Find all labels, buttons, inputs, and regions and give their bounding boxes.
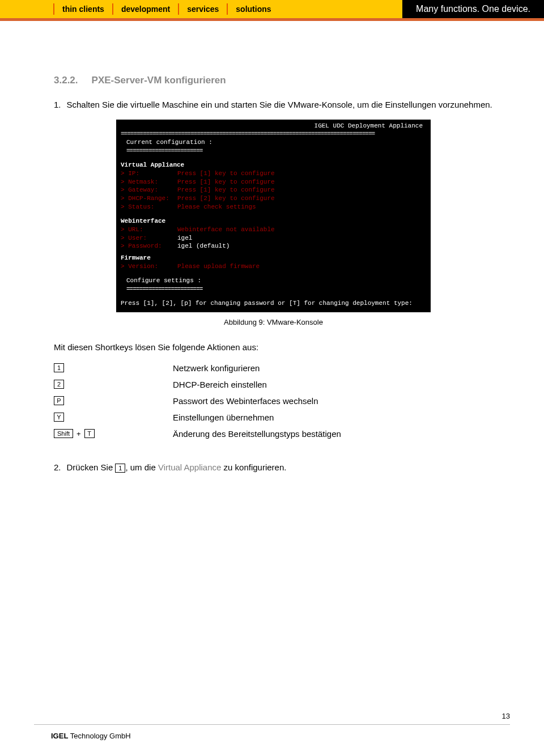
plus-icon: + xyxy=(76,430,81,438)
nav-services[interactable]: services xyxy=(187,5,219,14)
shortkey-desc: DHCP-Bereich einstellen xyxy=(173,380,267,389)
terminal-bottom-hint: Press [1], [2], [p] for changing passwor… xyxy=(121,299,426,308)
virtual-appliance-link[interactable]: Virtual Appliance xyxy=(158,462,221,472)
terminal-va-header: Virtual Appliance xyxy=(121,161,426,169)
vmware-console-screenshot: IGEL UDC Deployment Appliance ==========… xyxy=(116,120,431,312)
terminal-conf-settings: Configure settings : xyxy=(121,277,426,285)
shortkey-row: P Passwort des Webinterfaces wechseln xyxy=(54,396,499,406)
section-title: PXE-Server-VM konfigurieren xyxy=(92,75,226,86)
step-2-post: zu konfigurieren. xyxy=(221,462,286,472)
nav-divider xyxy=(178,3,179,15)
terminal-current-conf: Current configuration : xyxy=(121,138,426,147)
step-1: 1.Schalten Sie die virtuelle Maschine ei… xyxy=(54,99,499,112)
key-1: 1 xyxy=(54,363,64,372)
nav-divider xyxy=(112,3,113,15)
step-2: 2.Drücken Sie 1, um die Virtual Applianc… xyxy=(54,461,499,474)
page-content: 3.2.2.PXE-Server-VM konfigurieren 1.Scha… xyxy=(0,21,544,474)
footer-divider xyxy=(34,724,510,725)
key-y: Y xyxy=(54,413,64,422)
header-tagline: Many functions. One device. xyxy=(402,0,544,18)
key-p: P xyxy=(54,396,64,405)
shortkey-desc: Änderung des Bereitstellungstyps bestäti… xyxy=(173,429,341,439)
page-number: 13 xyxy=(502,712,510,720)
key-2: 2 xyxy=(54,380,64,389)
step-2-pre: Drücken Sie xyxy=(67,462,116,472)
step-1-text: Schalten Sie die virtuelle Maschine ein … xyxy=(67,100,492,109)
section-heading: 3.2.2.PXE-Server-VM konfigurieren xyxy=(54,75,499,86)
terminal-wi-header: Webinterface xyxy=(121,217,426,226)
shortkey-desc: Einstellungen übernehmen xyxy=(173,413,274,422)
nav-solutions[interactable]: solutions xyxy=(236,5,271,14)
header-bar: thin clients development services soluti… xyxy=(0,0,544,18)
header-nav: thin clients development services soluti… xyxy=(0,0,271,18)
shortkey-row: Shift + T Änderung des Bereitstellungsty… xyxy=(54,429,499,439)
nav-divider xyxy=(227,3,228,15)
shortkey-row: 2 DHCP-Bereich einstellen xyxy=(54,380,499,389)
key-shift: Shift xyxy=(54,429,73,438)
shortkeys-intro: Mit diesen Shortkeys lösen Sie folgende … xyxy=(54,342,499,352)
step-1-num: 1. xyxy=(54,100,61,109)
figure-caption: Abbildung 9: VMware-Konsole xyxy=(116,318,431,326)
key-t: T xyxy=(84,429,95,438)
footer-brand-bold: IGEL xyxy=(51,732,68,740)
shortkey-row: 1 Netzwerk konfigurieren xyxy=(54,363,499,373)
terminal-title: IGEL UDC Deployment Appliance xyxy=(121,122,426,130)
key-1-inline: 1 xyxy=(115,464,125,473)
shortkey-desc: Passwort des Webinterfaces wechseln xyxy=(173,396,318,406)
page-footer: 13 IGEL Technology GmbH xyxy=(34,724,510,740)
nav-divider xyxy=(53,3,54,15)
step-2-num: 2. xyxy=(54,462,61,472)
shortkey-desc: Netzwerk konfigurieren xyxy=(173,363,260,373)
shortkey-table: 1 Netzwerk konfigurieren 2 DHCP-Bereich … xyxy=(54,363,499,439)
footer-brand: IGEL Technology GmbH xyxy=(34,732,510,740)
terminal-fw-header: Firmware xyxy=(121,254,426,262)
nav-development[interactable]: development xyxy=(121,5,170,14)
section-number: 3.2.2. xyxy=(54,75,78,86)
footer-brand-rest: Technology GmbH xyxy=(68,732,130,740)
shortkey-row: Y Einstellungen übernehmen xyxy=(54,413,499,422)
nav-thin-clients[interactable]: thin clients xyxy=(62,5,104,14)
step-2-mid: , um die xyxy=(125,462,158,472)
